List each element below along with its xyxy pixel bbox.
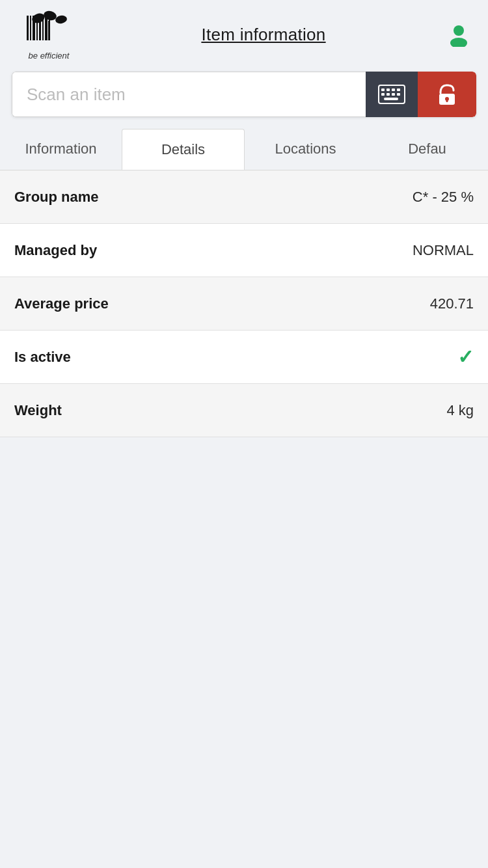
keyboard-icon [378,84,405,105]
row-value-average-price: 420.71 [344,295,474,312]
svg-point-10 [55,14,68,24]
logo: be efficient [13,9,85,61]
unlock-button[interactable] [418,72,476,117]
table-row: Weight 4 kg [0,384,488,437]
tab-information[interactable]: Information [0,129,122,170]
svg-rect-16 [386,88,390,91]
search-input[interactable] [12,72,366,117]
row-label-group-name: Group name [14,189,344,206]
svg-point-9 [43,9,58,21]
svg-point-13 [450,38,467,47]
user-icon [446,22,471,47]
row-value-group-name: C* - 25 % [344,189,474,206]
table-row: Average price 420.71 [0,277,488,331]
table-row: Group name C* - 25 % [0,170,488,224]
row-value-managed-by: NORMAL [344,242,474,259]
row-value-is-active: ✓ [344,346,474,368]
svg-rect-19 [381,93,385,96]
table-row: Managed by NORMAL [0,224,488,277]
svg-rect-21 [392,93,395,96]
row-label-average-price: Average price [14,295,344,312]
row-label-is-active: Is active [14,349,344,366]
logo-icon [25,9,72,49]
table-row: Is active ✓ [0,331,488,384]
tab-details[interactable]: Details [122,129,245,170]
logo-text: be efficient [29,51,70,61]
tabs-bar: Information Details Locations Defau [0,129,488,170]
content-area [0,437,488,763]
svg-rect-18 [397,88,400,91]
row-value-weight: 4 kg [344,402,474,419]
svg-rect-23 [384,98,398,100]
svg-rect-11 [48,21,50,40]
unlock-icon [435,83,459,106]
svg-rect-22 [397,93,400,96]
svg-rect-0 [27,16,29,40]
search-bar [12,72,476,117]
svg-rect-6 [45,16,47,40]
keyboard-button[interactable] [366,72,418,117]
svg-rect-20 [386,93,390,96]
row-label-managed-by: Managed by [14,242,344,259]
app-header: be efficient Item information [0,0,488,65]
tab-default[interactable]: Defau [366,129,488,170]
svg-rect-26 [446,99,448,102]
svg-rect-17 [392,88,395,91]
details-table: Group name C* - 25 % Managed by NORMAL A… [0,170,488,437]
row-label-weight: Weight [14,402,344,419]
svg-rect-1 [30,16,31,40]
tab-locations[interactable]: Locations [245,129,366,170]
svg-point-12 [454,25,464,36]
page-title: Item information [201,25,325,45]
svg-rect-15 [381,88,385,91]
user-profile-button[interactable] [442,22,475,47]
